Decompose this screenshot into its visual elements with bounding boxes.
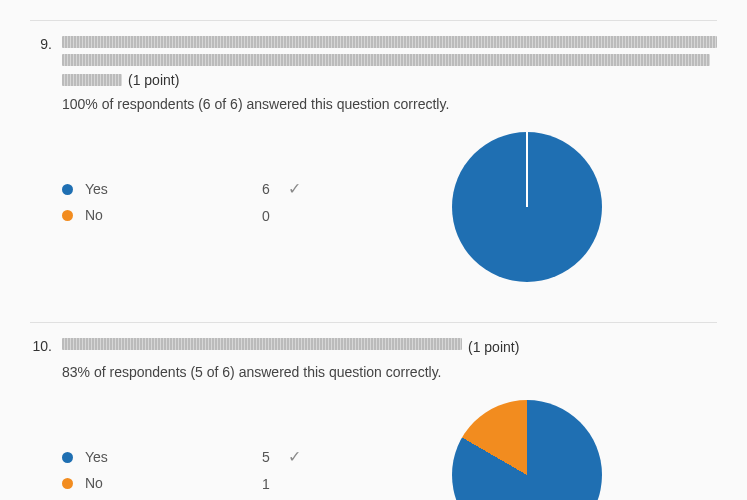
legend-row-no: No [62, 475, 262, 491]
pie-chart-q9 [452, 132, 602, 282]
question-text-redacted: (1 point) [62, 338, 717, 356]
question-block-9: 9. (1 point) 100% of respondents (6 of 6… [30, 20, 717, 282]
legend-label: No [85, 207, 103, 223]
count-value: 5 [262, 449, 282, 465]
redacted-line [62, 74, 122, 86]
points-label: (1 point) [468, 339, 519, 355]
legend-dot-icon [62, 478, 73, 489]
legend-row-yes: Yes [62, 181, 262, 197]
legend-label: Yes [85, 449, 108, 465]
legend-label: No [85, 475, 103, 491]
legend-dot-icon [62, 210, 73, 221]
summary-text: 100% of respondents (6 of 6) answered th… [62, 96, 717, 112]
count-value: 6 [262, 181, 282, 197]
pie-chart-q10 [452, 400, 602, 500]
question-text-redacted: (1 point) [62, 36, 717, 88]
legend-label: Yes [85, 181, 108, 197]
checkmark-icon: ✓ [288, 179, 301, 198]
legend-block: Yes No [62, 449, 262, 500]
question-number: 9. [30, 36, 52, 52]
pie-chart [452, 400, 602, 500]
count-row-no: 0 [262, 207, 322, 224]
legend-block: Yes No [62, 181, 262, 233]
legend-row-no: No [62, 207, 262, 223]
count-row-yes: 6 ✓ [262, 180, 322, 197]
redacted-line [62, 36, 717, 48]
content-row: Yes No 5 ✓ 1 [62, 400, 717, 500]
count-value: 0 [262, 208, 282, 224]
points-label: (1 point) [128, 72, 179, 88]
summary-text: 83% of respondents (5 of 6) answered thi… [62, 364, 717, 380]
question-header: 10. (1 point) [30, 338, 717, 356]
question-header: 9. (1 point) [30, 36, 717, 88]
legend-dot-icon [62, 452, 73, 463]
question-block-10: 10. (1 point) 83% of respondents (5 of 6… [30, 322, 717, 500]
pie-chart [452, 132, 602, 282]
count-row-yes: 5 ✓ [262, 448, 322, 465]
counts-block: 6 ✓ 0 [262, 180, 322, 234]
redacted-line [62, 338, 462, 350]
counts-block: 5 ✓ 1 [262, 448, 322, 500]
question-number: 10. [30, 338, 52, 354]
legend-row-yes: Yes [62, 449, 262, 465]
redacted-line [62, 54, 710, 66]
count-row-no: 1 [262, 475, 322, 492]
count-value: 1 [262, 476, 282, 492]
legend-dot-icon [62, 184, 73, 195]
content-row: Yes No 6 ✓ 0 [62, 132, 717, 282]
checkmark-icon: ✓ [288, 447, 301, 466]
pie-separator [526, 132, 528, 207]
